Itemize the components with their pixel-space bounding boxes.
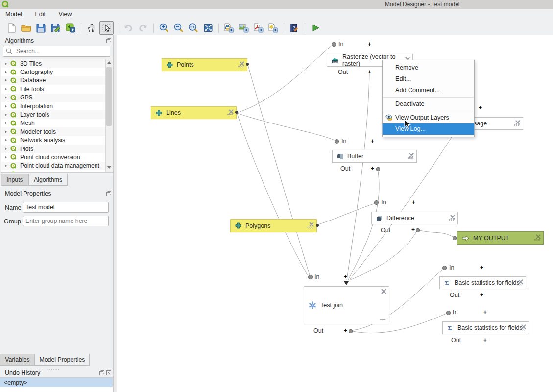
- undo-button[interactable]: [121, 22, 135, 34]
- expand-arrow-icon[interactable]: [5, 164, 7, 167]
- node-expand-dots-icon[interactable]: [513, 121, 520, 128]
- export-python-button[interactable]: [222, 22, 236, 34]
- rasterize-in-plus[interactable]: +: [368, 41, 371, 48]
- node-expand-dots-icon[interactable]: [448, 216, 455, 222]
- redo-button[interactable]: [136, 22, 149, 34]
- stats1-in-socket[interactable]: [442, 266, 447, 270]
- rasterize-out-plus[interactable]: +: [368, 69, 371, 75]
- tree-item-point-cloud-data-management[interactable]: Point cloud data management: [1, 162, 105, 170]
- tree-item-database[interactable]: Database: [1, 76, 105, 85]
- menu-item-view-output-layers[interactable]: View Output Layers: [383, 112, 474, 123]
- expand-arrow-icon[interactable]: [5, 130, 7, 133]
- difference-out-plus[interactable]: +: [411, 226, 415, 233]
- buffer-in-socket[interactable]: [335, 139, 339, 144]
- node-basic-statistics-1[interactable]: Σ Basic statistics for fields: [439, 276, 526, 289]
- node-expand-dots-icon[interactable]: [519, 325, 526, 332]
- node-lines[interactable]: Lines: [151, 106, 237, 119]
- test-join-out-plus[interactable]: +: [344, 327, 347, 334]
- new-model-button[interactable]: [5, 22, 18, 34]
- node-buffer[interactable]: Buffer: [332, 150, 417, 163]
- node-expand-dots-icon[interactable]: [407, 154, 413, 161]
- menu-model[interactable]: Model: [0, 9, 27, 21]
- tab-model-properties[interactable]: Model Properties: [35, 354, 90, 366]
- expand-arrow-icon[interactable]: [5, 88, 7, 91]
- expand-arrow-icon[interactable]: [5, 156, 7, 159]
- stats2-in-socket[interactable]: [446, 311, 451, 315]
- zoom-full-button[interactable]: [201, 22, 215, 34]
- tree-item-partial[interactable]: [1, 170, 105, 173]
- menu-item-edit[interactable]: Edit...: [383, 74, 474, 85]
- expand-arrow-icon[interactable]: [5, 122, 7, 124]
- export-pdf-button[interactable]: [252, 22, 265, 34]
- node-test-join[interactable]: Test join: [304, 286, 389, 324]
- tree-item-interpolation[interactable]: Interpolation: [1, 102, 105, 110]
- tab-variables[interactable]: Variables: [0, 354, 35, 366]
- tree-item-network-analysis[interactable]: Network analysis: [1, 136, 105, 145]
- node-expand-dots-icon[interactable]: [238, 62, 244, 69]
- save-model-in-project-button[interactable]: [64, 22, 77, 34]
- node-difference[interactable]: Difference: [371, 212, 458, 224]
- node-expand-dots-icon[interactable]: [380, 316, 386, 322]
- tree-item-3d-tiles[interactable]: 3D Tiles: [1, 59, 105, 68]
- node-expand-dots-icon[interactable]: [307, 223, 313, 230]
- model-canvas[interactable]: [117, 35, 553, 392]
- test-join-in-plus[interactable]: +: [344, 273, 347, 280]
- node-expand-dots-icon[interactable]: [534, 236, 540, 243]
- float-panel-icon[interactable]: [106, 191, 111, 196]
- node-expand-dots-icon[interactable]: [227, 110, 233, 117]
- stats2-in-plus[interactable]: +: [483, 309, 487, 316]
- save-model-as-button[interactable]: [49, 22, 62, 34]
- tree-item-mesh[interactable]: Mesh: [1, 119, 105, 127]
- dock-splitter-handle[interactable]: .....: [49, 366, 60, 371]
- menu-item-deactivate[interactable]: Deactivate: [383, 98, 474, 110]
- test-join-in-socket[interactable]: [308, 275, 313, 279]
- export-script-button[interactable]: [266, 22, 280, 34]
- expand-arrow-icon[interactable]: [5, 71, 7, 74]
- menu-item-view-log[interactable]: View Log...: [383, 123, 474, 135]
- pan-button[interactable]: [85, 22, 98, 34]
- node-resize-icon[interactable]: [381, 289, 386, 295]
- model-group-field[interactable]: [23, 216, 109, 226]
- open-model-button[interactable]: [20, 22, 33, 34]
- zoom-in-button[interactable]: [157, 22, 170, 34]
- zoom-out-button[interactable]: [172, 22, 185, 34]
- menu-view[interactable]: View: [53, 9, 77, 21]
- help-button[interactable]: ?: [288, 22, 301, 34]
- expand-arrow-icon[interactable]: [5, 62, 7, 65]
- dock-canvas-gutter[interactable]: [114, 35, 117, 392]
- menu-item-remove[interactable]: Remove: [383, 62, 474, 74]
- points-output-socket[interactable]: [246, 63, 249, 66]
- save-model-button[interactable]: [34, 22, 48, 34]
- expand-arrow-icon[interactable]: [5, 79, 7, 82]
- tree-item-plots[interactable]: Plots: [1, 145, 105, 153]
- tree-item-layer-tools[interactable]: Layer tools: [1, 110, 105, 119]
- stats1-out-plus[interactable]: +: [480, 292, 483, 298]
- scroll-down-icon[interactable]: [107, 166, 111, 169]
- undo-history-row-selected[interactable]: <empty>: [0, 378, 113, 387]
- difference-in-plus[interactable]: +: [412, 199, 415, 206]
- close-panel-icon[interactable]: [106, 370, 111, 375]
- tree-item-point-cloud-conversion[interactable]: Point cloud conversion: [1, 153, 105, 161]
- buffer-in-plus[interactable]: +: [371, 138, 374, 145]
- node-points[interactable]: Points: [162, 58, 247, 71]
- stats1-in-plus[interactable]: +: [480, 264, 483, 271]
- stats2-out-plus[interactable]: +: [483, 337, 487, 343]
- tab-inputs[interactable]: Inputs: [1, 174, 28, 186]
- buffer-out-plus[interactable]: +: [371, 165, 374, 172]
- node-polygons[interactable]: Polygons: [230, 219, 317, 232]
- polygons-output-socket[interactable]: [316, 224, 319, 227]
- rasterize-in-socket[interactable]: [332, 42, 336, 47]
- sage-in-plus[interactable]: +: [479, 104, 482, 111]
- node-basic-statistics-2[interactable]: Σ Basic statistics for fields: [442, 321, 529, 334]
- float-panel-icon[interactable]: [106, 38, 111, 43]
- tree-item-cartography[interactable]: Cartography: [1, 68, 105, 76]
- node-expand-dots-icon[interactable]: [516, 280, 523, 287]
- expand-arrow-icon[interactable]: [5, 147, 7, 150]
- test-join-out-socket[interactable]: [349, 329, 353, 333]
- my-output-in-socket[interactable]: [453, 236, 457, 240]
- search-input[interactable]: [15, 47, 108, 56]
- menu-edit[interactable]: Edit: [30, 9, 51, 21]
- expand-arrow-icon[interactable]: [5, 113, 7, 116]
- tree-item-file-tools[interactable]: File tools: [1, 85, 105, 93]
- menu-item-add-comment[interactable]: Add Comment...: [383, 85, 474, 96]
